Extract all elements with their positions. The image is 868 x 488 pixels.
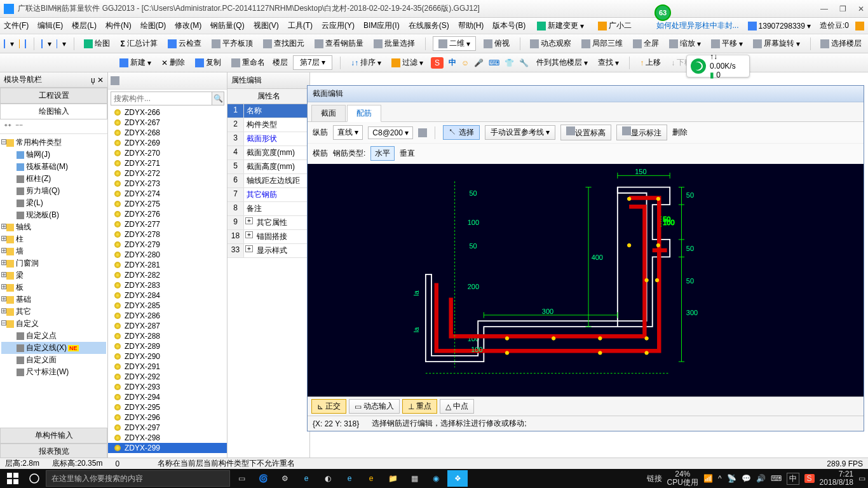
view-mode-select[interactable]: 二维 ▾	[433, 36, 476, 51]
tab-rebar[interactable]: 配筋	[347, 105, 381, 122]
zoom-button[interactable]: 缩放 ▾	[667, 37, 703, 50]
tray-up-icon[interactable]: ^	[718, 474, 722, 483]
rotate-button[interactable]: 屏幕旋转 ▾	[750, 37, 803, 50]
panel-pin-icon[interactable]: џ ✕	[91, 76, 104, 85]
list-item[interactable]: ZDYX-299	[108, 443, 227, 453]
editor-delete-button[interactable]: 删除	[672, 127, 688, 138]
windows-taskbar[interactable]: 在这里输入你要搜索的内容 ▭ 🌀 ⚙ e ◐ e e 📁 ▦ ◉ ❖ 链接 24…	[0, 469, 868, 488]
tree-item[interactable]: 自定义点	[1, 330, 106, 342]
list-item[interactable]: ZDYX-272	[108, 168, 227, 179]
menu-edit[interactable]: 编辑(E)	[37, 20, 63, 31]
search-button[interactable]: 🔍	[212, 92, 224, 105]
tab-single-input[interactable]: 单构件输入	[0, 428, 107, 444]
filter-button[interactable]: 过滤 ▾	[389, 56, 426, 69]
task-view-icon[interactable]: ▭	[231, 470, 252, 487]
tray-notifications-icon[interactable]: ▭	[858, 474, 865, 483]
menu-component[interactable]: 构件(N)	[105, 20, 132, 31]
property-row[interactable]: 33+显示样式	[227, 244, 309, 258]
tb-link-text[interactable]: 链接	[647, 473, 662, 484]
property-row[interactable]: 1名称	[227, 104, 309, 118]
list-item[interactable]: ZDYX-287	[108, 321, 227, 331]
tb-app-2[interactable]: ⚙	[275, 470, 295, 487]
new-change-button[interactable]: 新建变更 ▾	[534, 19, 587, 32]
phone-label[interactable]: 13907298339 ▾	[745, 20, 813, 32]
tree-item[interactable]: 尺寸标注(W)	[1, 366, 106, 378]
ime-emoji-icon[interactable]: ☺	[461, 58, 469, 67]
local-3d-button[interactable]: 局部三维	[579, 37, 625, 50]
tree-item[interactable]: ⊞基础	[1, 294, 106, 306]
maximize-button[interactable]: ❐	[839, 4, 846, 13]
list-item[interactable]: ZDYX-288	[108, 331, 227, 341]
list-icon[interactable]	[111, 76, 119, 85]
tray-net-icon[interactable]: 📶	[703, 474, 713, 483]
property-row[interactable]: 8备注	[227, 202, 309, 216]
vertical-button[interactable]: 垂直	[400, 148, 415, 159]
ime-mic-icon[interactable]: 🎤	[474, 58, 484, 67]
tb-app-4[interactable]: ▦	[404, 470, 424, 487]
list-item[interactable]: ZDYX-294	[108, 392, 227, 402]
tree-item[interactable]: 现浇板(B)	[1, 209, 106, 221]
select-button[interactable]: ↖ 选择	[443, 125, 479, 140]
collapse-all-icon[interactable]: ⁻⁻	[15, 122, 23, 131]
open-icon[interactable]	[19, 39, 20, 48]
list-item[interactable]: ZDYX-298	[108, 433, 227, 443]
list-item[interactable]: ZDYX-290	[108, 351, 227, 362]
tip-link[interactable]: 如何处理异形柱中非封...	[656, 20, 739, 31]
list-item[interactable]: ZDYX-274	[108, 189, 227, 199]
horizontal-button[interactable]: 水平	[370, 146, 395, 161]
list-item[interactable]: ZDYX-292	[108, 372, 227, 382]
tree-item[interactable]: ⊟自定义	[1, 318, 106, 330]
copy-to-floor-button[interactable]: 件到其他楼层 ▾	[534, 56, 590, 69]
tree-item[interactable]: 框柱(Z)	[1, 173, 106, 185]
ime-mode[interactable]: 中	[449, 57, 456, 68]
manual-ref-button[interactable]: 手动设置参考线 ▾	[485, 125, 555, 140]
tree-item[interactable]: ⊞墙	[1, 245, 106, 257]
list-item[interactable]: ZDYX-286	[108, 311, 227, 321]
sort-button[interactable]: ↓↑ 排序 ▾	[348, 56, 384, 69]
tab-project-setting[interactable]: 工程设置	[0, 88, 107, 104]
tree-item[interactable]: ⊞柱	[1, 233, 106, 245]
list-item[interactable]: ZDYX-279	[108, 240, 227, 250]
tree-item[interactable]: ⊞梁	[1, 269, 106, 281]
search-input[interactable]	[111, 92, 212, 105]
list-item[interactable]: ZDYX-293	[108, 382, 227, 392]
cortana-icon[interactable]	[24, 470, 44, 487]
menu-floor[interactable]: 楼层(L)	[72, 20, 97, 31]
list-item[interactable]: ZDYX-281	[108, 260, 227, 270]
list-item[interactable]: ZDYX-275	[108, 199, 227, 209]
list-item[interactable]: ZDYX-295	[108, 402, 227, 412]
draw-button[interactable]: 绘图	[81, 37, 112, 50]
taskbar-search[interactable]: 在这里输入你要搜索的内容	[46, 470, 230, 487]
tb-ie[interactable]: e	[361, 470, 381, 487]
minimize-button[interactable]: —	[820, 4, 828, 13]
property-row[interactable]: 9+其它属性	[227, 216, 309, 230]
property-row[interactable]: 3截面形状	[227, 132, 309, 146]
bird-view-button[interactable]: 俯视	[481, 37, 512, 50]
floor-select[interactable]: 第7层 ▾	[293, 55, 332, 70]
fullscreen-button[interactable]: 全屏	[630, 37, 661, 50]
list-item[interactable]: ZDYX-296	[108, 412, 227, 423]
rebar-spec-select[interactable]: C8@200 ▾	[368, 126, 413, 139]
tree-item[interactable]: 自定义线(X)NE	[1, 342, 106, 354]
tray-sogou-icon[interactable]: S	[804, 474, 815, 483]
menu-help[interactable]: 帮助(H)	[458, 20, 484, 31]
tree-item[interactable]: ⊟常用构件类型	[1, 137, 106, 149]
component-list[interactable]: ZDYX-266ZDYX-267ZDYX-268ZDYX-269ZDYX-270…	[108, 107, 227, 459]
batch-select-button[interactable]: 批量选择	[371, 37, 417, 50]
ime-keyboard-icon[interactable]: ⌨	[489, 58, 499, 67]
tb-app-3[interactable]: ◐	[318, 470, 338, 487]
new-icon[interactable]	[4, 39, 5, 48]
tb-edge[interactable]: e	[296, 470, 316, 487]
list-item[interactable]: ZDYX-269	[108, 138, 227, 148]
menu-modify[interactable]: 修改(M)	[175, 20, 201, 31]
endpoint-snap-button[interactable]: ⊥ 重点	[402, 399, 437, 414]
tab-section[interactable]: 截面	[311, 105, 346, 121]
list-item[interactable]: ZDYX-273	[108, 179, 227, 189]
dyn-input-button[interactable]: ▭ 动态输入	[349, 399, 400, 414]
menu-online[interactable]: 在线服务(S)	[409, 20, 449, 31]
menu-bim[interactable]: BIM应用(I)	[363, 20, 400, 31]
show-label-button[interactable]: 显示标注	[616, 125, 667, 140]
tree-item[interactable]: ⊞门窗洞	[1, 257, 106, 269]
close-button[interactable]: ✕	[858, 4, 864, 13]
property-row[interactable]: 4截面宽度(mm)	[227, 146, 309, 160]
